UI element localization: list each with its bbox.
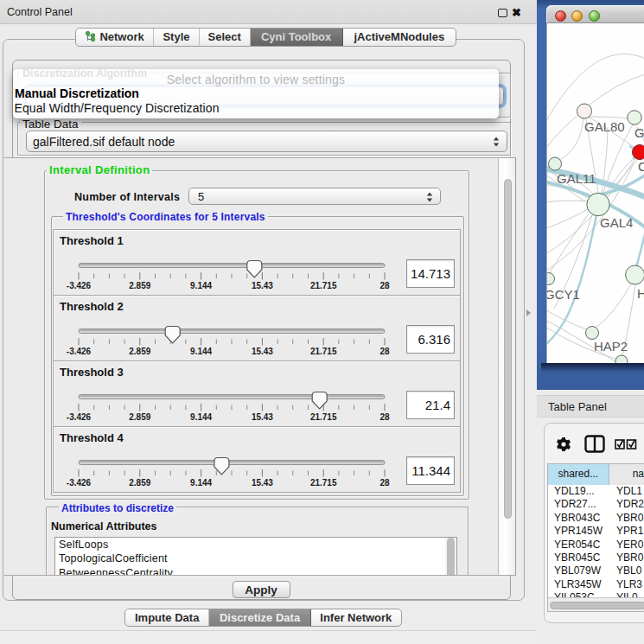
svg-text:21.715: 21.715: [310, 478, 337, 488]
svg-text:2.859: 2.859: [129, 478, 150, 488]
svg-text:-3.426: -3.426: [67, 281, 92, 290]
svg-text:21.715: 21.715: [310, 412, 337, 422]
svg-text:C: C: [638, 159, 644, 174]
svg-text:HAP2: HAP2: [594, 339, 628, 354]
svg-text:15.43: 15.43: [252, 347, 273, 356]
svg-text:15.43: 15.43: [252, 478, 273, 488]
svg-text:28: 28: [379, 478, 390, 488]
svg-text:28: 28: [379, 281, 390, 290]
svg-text:GAL80: GAL80: [584, 119, 625, 134]
svg-text:GA: GA: [634, 125, 644, 140]
svg-text:15.43: 15.43: [252, 412, 273, 422]
svg-text:9.144: 9.144: [190, 478, 212, 488]
svg-text:H: H: [637, 286, 644, 301]
svg-text:-3.426: -3.426: [67, 478, 92, 488]
svg-text:GCY1: GCY1: [547, 287, 580, 302]
svg-text:28: 28: [379, 412, 390, 422]
svg-text:21.715: 21.715: [310, 347, 337, 356]
svg-text:GAL4: GAL4: [600, 215, 633, 230]
svg-text:2.859: 2.859: [129, 412, 150, 422]
svg-text:15.43: 15.43: [252, 281, 273, 290]
svg-text:-3.426: -3.426: [67, 347, 92, 356]
svg-text:9.144: 9.144: [190, 347, 212, 356]
svg-text:9.144: 9.144: [190, 412, 212, 422]
svg-text:2.859: 2.859: [129, 347, 150, 356]
svg-text:-3.426: -3.426: [67, 412, 92, 422]
svg-text:28: 28: [379, 347, 390, 356]
svg-text:9.144: 9.144: [190, 281, 212, 290]
svg-text:GAL11: GAL11: [557, 171, 596, 186]
svg-text:21.715: 21.715: [310, 281, 337, 290]
svg-text:2.859: 2.859: [129, 281, 150, 290]
